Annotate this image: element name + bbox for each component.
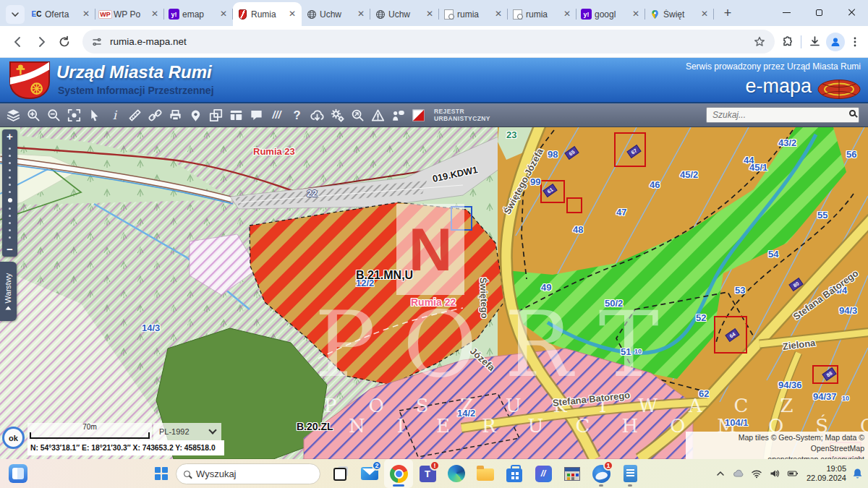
taskbar-clock[interactable]: 19:05 22.09.2024 xyxy=(807,464,846,483)
link-icon[interactable] xyxy=(145,106,165,125)
tab-close-icon[interactable]: ✕ xyxy=(80,9,92,20)
map-viewport[interactable]: N PORT POSZUKIWACZ NIERUCHOMOŚCI 9899464… xyxy=(0,127,868,459)
zoom-out-icon[interactable] xyxy=(43,106,64,125)
tab-search-button[interactable] xyxy=(6,5,25,24)
comment-icon[interactable] xyxy=(246,106,266,125)
chevron-up-icon[interactable] xyxy=(715,468,726,479)
taskbar-legacy-app[interactable] xyxy=(558,459,587,488)
back-button[interactable] xyxy=(7,31,29,53)
help-icon[interactable]: ? xyxy=(286,106,307,125)
forward-button[interactable] xyxy=(30,31,52,53)
scale-line xyxy=(30,432,150,439)
tab-close-icon[interactable]: ✕ xyxy=(149,9,161,20)
taskbar-store[interactable] xyxy=(500,459,529,488)
browser-tab[interactable]: Święt✕ xyxy=(645,2,714,26)
print-icon[interactable] xyxy=(165,106,185,125)
url-field[interactable]: rumia.e-mapa.net xyxy=(82,30,775,53)
maximize-button[interactable] xyxy=(803,0,835,25)
hatch-icon[interactable]: /// xyxy=(266,106,286,125)
crs-selector[interactable]: PL-1992 xyxy=(153,423,221,440)
tab-close-icon[interactable]: ✕ xyxy=(561,9,573,20)
taskbar-thunderbird[interactable]: 1 xyxy=(587,459,616,488)
tab-close-icon[interactable]: ✕ xyxy=(286,9,298,20)
pointer-icon[interactable] xyxy=(84,106,104,125)
layers-icon[interactable] xyxy=(3,106,23,125)
find-on-map-icon[interactable] xyxy=(347,106,367,125)
extensions-icon[interactable] xyxy=(780,35,794,48)
browser-tab[interactable]: WPWP Po✕ xyxy=(95,2,164,26)
info-icon[interactable]: i xyxy=(104,106,124,125)
profile-avatar[interactable] xyxy=(826,33,845,51)
downloads-icon[interactable] xyxy=(808,35,822,48)
map-label: 104/1 xyxy=(725,417,749,428)
swap-view-icon[interactable] xyxy=(205,106,226,125)
menu-dots-icon[interactable] xyxy=(849,36,861,48)
zoom-slider[interactable] xyxy=(8,142,12,244)
taskbar-search[interactable]: Wyszukaj xyxy=(176,463,320,484)
layers-panel-tab[interactable]: Warstwy xyxy=(0,262,17,321)
onedrive-icon[interactable] xyxy=(733,468,744,479)
emapa-brand: e-mapa xyxy=(745,75,812,98)
cloud-download-icon[interactable] xyxy=(307,106,327,125)
reload-button[interactable] xyxy=(54,31,75,53)
taskbar-mail[interactable]: 2 xyxy=(355,459,384,488)
ok-button[interactable]: ok xyxy=(2,427,25,449)
taskbar-teams[interactable]: T! xyxy=(413,459,442,488)
page-subtitle: System Informacji Przestrzennej xyxy=(58,85,214,96)
notification-bell-icon[interactable] xyxy=(851,468,864,480)
location-pin-icon[interactable] xyxy=(185,106,205,125)
plan-register-icon[interactable] xyxy=(408,106,428,125)
browser-tab[interactable]: rumia✕ xyxy=(508,2,576,26)
zoom-in-icon[interactable] xyxy=(23,106,43,125)
zoom-out-button[interactable]: − xyxy=(7,244,13,255)
browser-tab[interactable]: Rumia✕ xyxy=(233,2,302,26)
browser-tab[interactable]: Uchw✕ xyxy=(370,2,439,26)
tab-close-icon[interactable]: ✕ xyxy=(699,9,710,20)
rejestr-urbanistyczny-button[interactable]: REJESTR URBANISTYCZNY xyxy=(434,108,490,122)
map-label: 46 xyxy=(650,179,660,190)
search-icon[interactable] xyxy=(849,110,856,116)
map-label: 47 xyxy=(616,207,626,218)
ymail-favicon: y! xyxy=(168,8,180,20)
tab-close-icon[interactable]: ✕ xyxy=(218,9,229,20)
close-button[interactable] xyxy=(835,0,868,25)
badge: 2 xyxy=(372,461,382,471)
map-label: 98 xyxy=(548,149,558,160)
browser-tab[interactable]: Uchw✕ xyxy=(302,2,370,26)
settings-icon[interactable] xyxy=(327,106,347,125)
feedback-icon[interactable] xyxy=(388,106,408,125)
widgets-icon[interactable] xyxy=(9,464,27,483)
panels-icon[interactable] xyxy=(226,106,246,125)
new-tab-button[interactable]: + xyxy=(718,4,737,22)
minimize-button[interactable] xyxy=(770,0,803,25)
browser-tab[interactable]: ECOferta✕ xyxy=(27,2,95,26)
browser-tab[interactable]: y!emap✕ xyxy=(164,2,233,26)
taskbar-chrome[interactable] xyxy=(384,459,413,488)
tab-label: emap xyxy=(182,9,216,20)
taskbar-task-view[interactable] xyxy=(326,459,355,488)
taskbar-writer[interactable] xyxy=(616,459,644,488)
battery-icon[interactable] xyxy=(787,468,799,479)
bookmark-star-icon[interactable] xyxy=(753,35,766,48)
tab-close-icon[interactable]: ✕ xyxy=(424,9,435,20)
extent-icon[interactable] xyxy=(64,106,84,125)
volume-icon[interactable] xyxy=(769,468,780,479)
browser-tab[interactable]: y!googl✕ xyxy=(576,2,645,26)
attribution-link[interactable]: openstreetmap.org/copyright xyxy=(689,454,864,459)
map-toolbar: i///? REJESTR URBANISTYCZNY xyxy=(0,103,868,127)
tab-close-icon[interactable]: ✕ xyxy=(630,9,642,20)
tab-close-icon[interactable]: ✕ xyxy=(493,9,504,20)
zoom-in-button[interactable]: + xyxy=(7,131,13,142)
start-button[interactable] xyxy=(155,467,168,480)
tab-close-icon[interactable]: ✕ xyxy=(355,9,367,20)
taskbar-explorer[interactable] xyxy=(471,459,500,488)
taskbar-edge[interactable] xyxy=(442,459,471,488)
system-tray: 19:05 22.09.2024 xyxy=(715,459,864,488)
browser-tab[interactable]: rumia✕ xyxy=(439,2,508,26)
search-input[interactable] xyxy=(706,107,859,123)
warning-icon[interactable] xyxy=(367,106,388,125)
measure-icon[interactable] xyxy=(124,106,145,125)
wifi-icon[interactable] xyxy=(751,468,762,479)
taskbar-dev-app[interactable]: // xyxy=(529,459,558,488)
zoom-bar[interactable]: + − xyxy=(2,129,17,257)
